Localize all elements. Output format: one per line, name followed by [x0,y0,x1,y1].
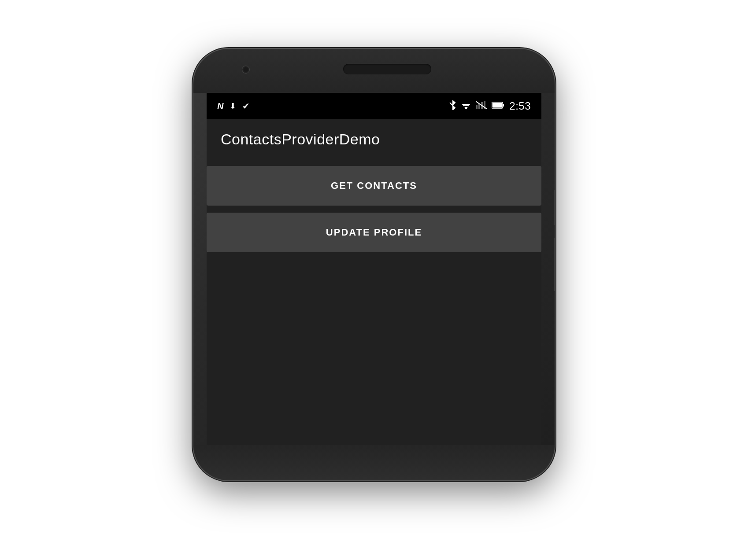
phone-top-bar [193,49,555,93]
n-notification-icon: N [217,102,223,111]
app-toolbar: ContactsProviderDemo [207,119,541,159]
svg-line-0 [450,103,452,105]
download-notification-icon: ⬇ [230,102,236,110]
check-notification-icon: ✔ [242,102,250,111]
update-profile-button[interactable]: UPDATE PROFILE [207,213,541,252]
status-left-icons: N ⬇ ✔ [217,102,250,111]
status-time: 2:53 [509,101,531,111]
battery-icon [492,101,505,111]
phone-wrapper: N ⬇ ✔ [185,49,563,511]
get-contacts-button[interactable]: GET CONTACTS [207,166,541,206]
svg-rect-5 [476,105,478,109]
scene: N ⬇ ✔ [0,0,748,560]
phone-bottom [193,445,555,480]
bluetooth-icon [448,100,456,112]
buttons-area: GET CONTACTS UPDATE PROFILE [207,159,541,266]
svg-rect-11 [503,104,504,107]
speaker [343,64,431,74]
camera [242,66,250,74]
status-bar: N ⬇ ✔ [207,93,541,119]
volume-up-button [554,190,555,225]
app-title: ContactsProviderDemo [221,131,380,148]
signal-icon [476,101,487,111]
app-content: ContactsProviderDemo GET CONTACTS UPDATE… [207,119,541,445]
svg-rect-12 [492,103,502,108]
phone-screen: N ⬇ ✔ [207,93,541,445]
volume-down-button [554,238,555,291]
phone-body: N ⬇ ✔ [193,49,555,480]
wifi-icon [461,101,471,111]
status-right-icons: 2:53 [448,100,531,112]
